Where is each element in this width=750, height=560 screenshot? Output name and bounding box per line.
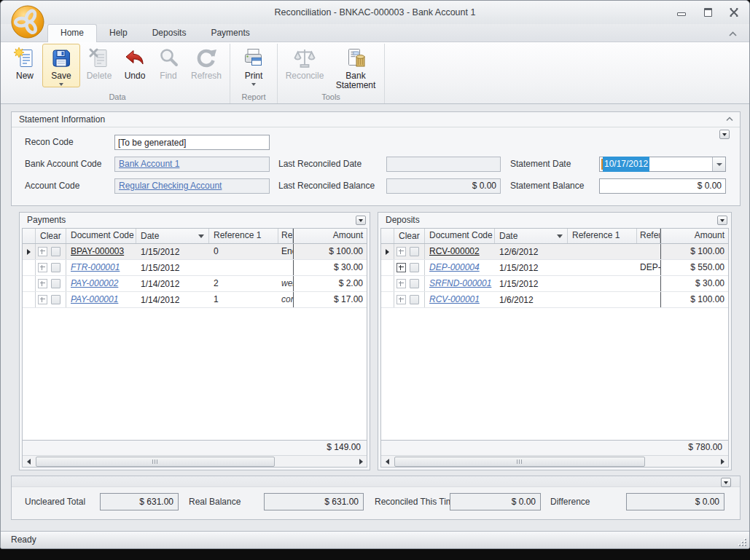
- row-indicator-column-header: [381, 229, 394, 243]
- horizontal-scrollbar[interactable]: [23, 455, 367, 467]
- scroll-right-button[interactable]: [716, 456, 728, 467]
- expand-icon[interactable]: [38, 295, 47, 304]
- tab-deposits[interactable]: Deposits: [140, 25, 199, 42]
- reference1-column-header[interactable]: Reference 1: [568, 229, 637, 243]
- expand-icon[interactable]: [38, 247, 47, 256]
- amount-column-header[interactable]: Amount: [293, 229, 367, 243]
- document-code-column-header[interactable]: Document Code: [425, 229, 495, 243]
- find-button[interactable]: Find: [152, 44, 185, 82]
- document-code-link[interactable]: PAY-000002: [71, 278, 118, 288]
- clear-checkbox[interactable]: [51, 263, 60, 272]
- restore-button[interactable]: [703, 7, 713, 17]
- new-button[interactable]: New: [7, 44, 42, 82]
- clear-checkbox[interactable]: [410, 263, 419, 272]
- minimize-button[interactable]: [676, 7, 687, 17]
- table-row[interactable]: RCV-000001 1/6/2012 $ 100.00: [381, 292, 728, 308]
- close-button[interactable]: [729, 7, 739, 17]
- recon-code-input[interactable]: [114, 135, 270, 150]
- panel-menu-button[interactable]: [721, 478, 731, 487]
- deposits-title: Deposits: [386, 215, 420, 225]
- scroll-right-button[interactable]: [355, 456, 367, 467]
- app-logo-icon: [10, 4, 45, 39]
- date-column-header[interactable]: Date: [136, 229, 209, 243]
- current-row-arrow-icon: [386, 249, 389, 255]
- panel-collapse-button[interactable]: [726, 117, 733, 122]
- statement-date-field[interactable]: 10/17/2012: [599, 157, 726, 172]
- print-button[interactable]: Print: [233, 44, 275, 87]
- panel-menu-button[interactable]: [717, 216, 727, 225]
- account-code-link[interactable]: Regular Checking Account: [119, 181, 222, 191]
- scrollbar-thumb[interactable]: [394, 457, 645, 467]
- table-row[interactable]: PAY-000001 1/14/2012 1 con $ 17.00: [23, 292, 367, 308]
- app-menu-button[interactable]: [10, 4, 45, 39]
- statement-date-dropdown-button[interactable]: [712, 157, 725, 171]
- reference2-column-header[interactable]: Ref: [278, 229, 293, 243]
- document-code-link[interactable]: DEP-000004: [429, 262, 480, 272]
- scroll-left-button[interactable]: [23, 456, 34, 467]
- title-bar[interactable]: Reconciliation - BNKAC-000003 - Bank Acc…: [1, 1, 749, 24]
- last-reconciled-date-field: [386, 157, 501, 172]
- reconciled-this-time-label: Reconciled This Time: [375, 493, 458, 510]
- bank-statement-button[interactable]: Bank Statement: [329, 44, 382, 92]
- payments-header: Payments: [20, 213, 370, 227]
- document-code-column-header[interactable]: Document Code: [66, 229, 136, 243]
- table-row[interactable]: PAY-000002 1/14/2012 2 web $ 2.00: [23, 276, 367, 292]
- tab-payments[interactable]: Payments: [198, 25, 262, 42]
- document-code-link[interactable]: FTR-000001: [71, 262, 120, 272]
- save-button[interactable]: Save: [42, 44, 80, 87]
- reconcile-button[interactable]: Reconcile: [280, 44, 329, 82]
- expand-icon[interactable]: [397, 263, 406, 272]
- statement-balance-field[interactable]: $ 0.00: [599, 178, 726, 194]
- document-code-link[interactable]: RCV-000001: [429, 294, 480, 304]
- expand-icon[interactable]: [397, 247, 406, 256]
- clear-checkbox[interactable]: [51, 295, 60, 304]
- bank-account-link[interactable]: Bank Account 1: [119, 159, 179, 169]
- clear-checkbox[interactable]: [51, 247, 60, 256]
- dropdown-arrow-icon: [59, 83, 63, 86]
- tab-home[interactable]: Home: [47, 24, 97, 42]
- scrollbar-thumb[interactable]: [36, 457, 275, 467]
- date-column-header[interactable]: Date: [495, 229, 568, 243]
- delete-button[interactable]: Delete: [80, 44, 118, 82]
- last-reconciled-balance-label: Last Reconciled Balance: [278, 178, 375, 194]
- panel-menu-button[interactable]: [719, 130, 730, 139]
- uncleared-total-field: $ 631.00: [100, 493, 179, 510]
- document-code-link[interactable]: PAY-000001: [71, 294, 118, 304]
- panel-menu-button[interactable]: [356, 216, 366, 225]
- document-code-link[interactable]: SRFND-000001: [429, 278, 491, 288]
- table-row[interactable]: FTR-000001 1/15/2012 $ 30.00: [23, 260, 367, 276]
- clear-column-header[interactable]: Clear: [36, 229, 66, 243]
- expand-icon[interactable]: [397, 279, 406, 288]
- expand-icon[interactable]: [397, 295, 406, 304]
- horizontal-scrollbar[interactable]: [381, 455, 728, 467]
- ribbon-collapse-button[interactable]: [727, 28, 738, 39]
- scroll-left-button[interactable]: [381, 456, 393, 467]
- document-code-link[interactable]: RCV-000002: [429, 246, 480, 256]
- grid-empty-area: [23, 308, 367, 440]
- resize-grip[interactable]: [738, 538, 746, 546]
- undo-button[interactable]: Undo: [118, 44, 152, 82]
- scrollbar-track[interactable]: [393, 457, 716, 466]
- amount-cell: $ 100.00: [660, 292, 728, 307]
- document-code-link[interactable]: BPAY-000003: [71, 246, 124, 256]
- clear-column-header[interactable]: Clear: [394, 229, 425, 243]
- table-row[interactable]: DEP-000004 1/15/2012 DEP-0 $ 550.00: [381, 260, 728, 276]
- reference2-cell: Enc: [278, 244, 293, 259]
- amount-column-header[interactable]: Amount: [660, 229, 728, 243]
- clear-checkbox[interactable]: [51, 279, 60, 288]
- reference1-column-header[interactable]: Reference 1: [209, 229, 278, 243]
- table-row[interactable]: RCV-000002 12/6/2012 $ 100.00: [381, 244, 728, 260]
- tab-help[interactable]: Help: [97, 25, 140, 42]
- table-row[interactable]: SRFND-000001 1/15/2012 $ 30.00: [381, 276, 728, 292]
- grid-empty-area: [381, 308, 728, 440]
- clear-checkbox[interactable]: [410, 295, 419, 304]
- reference2-column-header[interactable]: Refer: [637, 229, 660, 243]
- clear-checkbox[interactable]: [410, 247, 419, 256]
- refresh-button[interactable]: Refresh: [185, 44, 227, 82]
- arrow-right-icon: [359, 459, 363, 465]
- table-row[interactable]: BPAY-000003 1/15/2012 0 Enc $ 100.00: [23, 244, 367, 260]
- expand-icon[interactable]: [38, 279, 47, 288]
- expand-icon[interactable]: [38, 263, 47, 272]
- clear-checkbox[interactable]: [410, 279, 419, 288]
- scrollbar-track[interactable]: [34, 457, 355, 466]
